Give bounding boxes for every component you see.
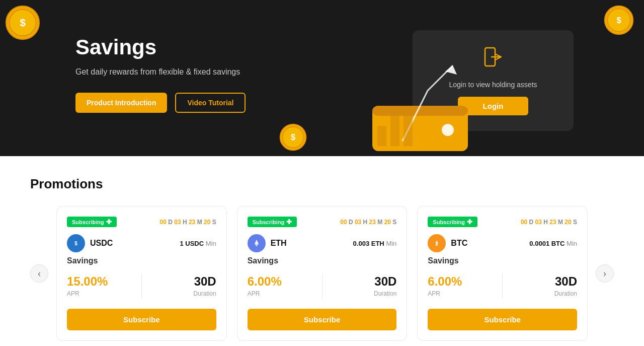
login-icon — [482, 46, 504, 73]
carousel-wrapper: ‹ Subscribing ✚ 00 D 03 H 23 M 20 S — [30, 206, 614, 341]
svg-rect-13 — [377, 126, 386, 146]
subscribe-button-btc[interactable]: Subscribe — [428, 309, 577, 330]
token-min-btc: 0.0001 BTC Min — [529, 240, 577, 247]
subscribe-button-usdc[interactable]: Subscribe — [67, 309, 216, 330]
duration-label-usdc: Duration — [193, 290, 216, 297]
hero-section: $ $ $ — [0, 0, 644, 156]
card-header-usdc: Subscribing ✚ 00 D 03 H 23 M 20 S — [67, 217, 216, 227]
carousel-next-button[interactable]: › — [596, 264, 614, 283]
svg-text:₿: ₿ — [435, 241, 438, 246]
token-row-eth: ETH 0.003 ETH Min — [248, 234, 397, 252]
eth-icon — [248, 234, 266, 252]
login-box: Login to view holding assets Login — [413, 30, 574, 131]
promotions-title: Promotions — [30, 176, 614, 192]
card-header-btc: Subscribing ✚ 00 D 03 H 23 M 20 S — [428, 217, 577, 227]
savings-label-usdc: Savings — [67, 256, 216, 265]
svg-text:$: $ — [291, 132, 295, 142]
token-info-usdc: $ USDC — [67, 234, 113, 252]
timer-btc: 00 D 03 H 23 M 20 S — [521, 219, 577, 226]
apr-metric-usdc: 15.00% APR — [67, 274, 141, 298]
token-min-eth: 0.003 ETH Min — [353, 240, 397, 247]
carousel-prev-button[interactable]: ‹ — [30, 264, 48, 283]
savings-label-btc: Savings — [428, 256, 577, 265]
duration-metric-btc: 30D Duration — [503, 274, 577, 298]
plus-icon-btc: ✚ — [467, 218, 472, 226]
subscribing-badge-usdc: Subscribing ✚ — [67, 217, 117, 227]
plus-icon-eth: ✚ — [286, 218, 292, 226]
coin-right-icon: $ — [604, 5, 634, 35]
token-row-usdc: $ USDC 1 USDC Min — [67, 234, 216, 252]
svg-rect-14 — [390, 116, 399, 146]
duration-metric-eth: 30D Duration — [323, 274, 397, 298]
subscribing-badge-btc: Subscribing ✚ — [428, 217, 477, 227]
svg-rect-15 — [404, 111, 413, 146]
subscribing-badge-eth: Subscribing ✚ — [248, 217, 297, 227]
login-button[interactable]: Login — [458, 97, 529, 115]
svg-text:$: $ — [74, 241, 77, 246]
timer-usdc: 00 D 03 H 23 M 20 S — [160, 219, 216, 226]
hero-subtitle: Get daily rewards from flexible & fixed … — [75, 67, 413, 77]
token-row-btc: ₿ BTC 0.0001 BTC Min — [428, 234, 577, 252]
svg-text:$: $ — [20, 17, 26, 28]
apr-value-btc: 6.00% — [428, 274, 497, 289]
btc-icon: ₿ — [428, 234, 446, 252]
coin-mid-icon: $ — [279, 123, 307, 151]
plus-icon: ✚ — [106, 218, 112, 226]
timer-eth: 00 D 03 H 23 M 20 S — [340, 219, 396, 226]
token-min-usdc: 1 USDC Min — [180, 240, 216, 247]
promotions-section: Promotions ‹ Subscribing ✚ 00 D 03 H 23 … — [0, 156, 644, 346]
hero-left-content: Savings Get daily rewards from flexible … — [75, 30, 413, 113]
eth-name: ETH — [271, 239, 287, 248]
token-info-eth: ETH — [248, 234, 287, 252]
duration-value-usdc: 30D — [147, 274, 216, 289]
apr-value-usdc: 15.00% — [67, 274, 136, 289]
coin-left-icon: $ — [5, 5, 40, 40]
hero-title: Savings — [75, 35, 413, 59]
usdc-icon: $ — [67, 234, 85, 252]
token-info-btc: ₿ BTC — [428, 234, 467, 252]
duration-metric-usdc: 30D Duration — [142, 274, 216, 298]
apr-value-eth: 6.00% — [248, 274, 317, 289]
promo-card-eth: Subscribing ✚ 00 D 03 H 23 M 20 S — [237, 206, 408, 341]
promo-card-usdc: Subscribing ✚ 00 D 03 H 23 M 20 S $ — [56, 206, 227, 341]
duration-value-btc: 30D — [508, 274, 577, 289]
product-intro-button[interactable]: Product Introduction — [75, 93, 167, 113]
cards-container: Subscribing ✚ 00 D 03 H 23 M 20 S $ — [56, 206, 588, 341]
metrics-usdc: 15.00% APR 30D Duration — [67, 273, 216, 299]
promo-card-btc: Subscribing ✚ 00 D 03 H 23 M 20 S ₿ — [417, 206, 588, 341]
hero-buttons: Product Introduction Video Tutorial — [75, 93, 413, 113]
duration-label-eth: Duration — [374, 290, 396, 297]
metrics-eth: 6.00% APR 30D Duration — [248, 273, 397, 299]
duration-value-eth: 30D — [328, 274, 397, 289]
btc-name: BTC — [451, 239, 467, 248]
subscribe-button-eth[interactable]: Subscribe — [248, 309, 397, 330]
svg-text:$: $ — [616, 16, 621, 25]
login-text: Login to view holding assets — [449, 81, 537, 89]
video-tutorial-button[interactable]: Video Tutorial — [175, 93, 246, 113]
apr-label-eth: APR — [248, 290, 260, 297]
apr-metric-eth: 6.00% APR — [248, 274, 322, 298]
savings-label-eth: Savings — [248, 256, 397, 265]
apr-label-usdc: APR — [67, 290, 79, 297]
card-header-eth: Subscribing ✚ 00 D 03 H 23 M 20 S — [248, 217, 397, 227]
usdc-name: USDC — [90, 239, 113, 248]
metrics-btc: 6.00% APR 30D Duration — [428, 273, 577, 299]
duration-label-btc: Duration — [554, 290, 577, 297]
apr-label-btc: APR — [428, 290, 440, 297]
apr-metric-btc: 6.00% APR — [428, 274, 502, 298]
